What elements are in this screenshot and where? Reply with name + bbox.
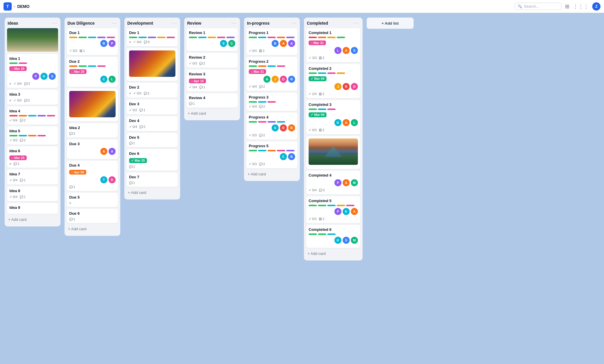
card-comp4[interactable]: Completed 4 PAM ✓ 0/4💬 2: [306, 171, 360, 194]
card[interactable]: [67, 89, 118, 121]
card-idea2[interactable]: Idea 2💬 2: [67, 123, 118, 138]
add-card-button[interactable]: + Add card: [187, 109, 238, 117]
card-footer: ✓ 0/4💬 2: [309, 188, 358, 192]
avatar: A: [351, 208, 358, 215]
card-dev5[interactable]: Dev 5💬 1: [127, 133, 178, 147]
message-count: 💬 2: [24, 99, 30, 102]
card-title: Dev 2: [129, 85, 175, 89]
card-rev2[interactable]: Review 2✓ 0/3💬 2: [187, 53, 238, 68]
card-due3[interactable]: Due 3 AA: [67, 139, 118, 159]
tag: [318, 109, 326, 110]
card-due4[interactable]: Due 4□ Apr 08 TD 💬 1: [67, 161, 118, 191]
topbar: T » DEMO 🔍 Search... ⊞ ⋮⋮⋮ Z: [0, 0, 604, 13]
tag: [38, 115, 46, 116]
card-due1[interactable]: Due 1 BP ✓ 0/3🖼 1: [67, 28, 118, 55]
logo-icon: T: [6, 4, 9, 9]
card-comp1[interactable]: Completed 1 □ Mar 31 LAS ✓ 3/3🖼 2: [306, 28, 360, 62]
column-menu[interactable]: ···: [52, 21, 57, 26]
tag: [198, 37, 207, 38]
card-idea3[interactable]: Idea 3≡✓ 0/3💬 2: [7, 90, 58, 105]
card-prog1[interactable]: Progress 1 BAA ✓ 0/4🖼 3: [246, 28, 297, 55]
card-title: Review 4: [189, 96, 235, 100]
column-menu[interactable]: ···: [231, 21, 237, 26]
column-menu[interactable]: ···: [172, 21, 177, 26]
card-avatars: JRD: [309, 83, 358, 90]
card-avatars: SC: [189, 40, 235, 47]
card[interactable]: [306, 136, 360, 169]
check-count: ✓ 0/4: [189, 85, 197, 89]
column-header: Ideas ···: [7, 21, 58, 26]
card-title: Progress 2: [249, 59, 295, 64]
card-dev2[interactable]: Dev 2≡✓ 0/3💬 1: [127, 83, 178, 98]
card-tags: [189, 37, 235, 38]
search-box[interactable]: 🔍 Search...: [515, 3, 561, 10]
card-title: Idea 8: [9, 189, 56, 193]
column-due: Due Diligence ··· Due 1 BP ✓ 0/3🖼 1Due 2…: [65, 18, 120, 236]
card-footer: ≡: [69, 201, 116, 205]
card-rev3[interactable]: Review 3□ Apr 15✓ 0/4💬 1: [187, 70, 238, 92]
card-dev3[interactable]: Dev 3✓ 0/2💬 1: [127, 99, 178, 114]
avatar: D: [351, 83, 358, 90]
card-avatars: AA: [69, 148, 116, 155]
list-icon: ≡: [9, 162, 11, 165]
card[interactable]: [127, 48, 178, 81]
message-count: 💬 1: [199, 85, 205, 89]
add-card-button[interactable]: + Add card: [306, 250, 360, 258]
column-title: In-progress: [247, 21, 270, 26]
card-idea1[interactable]: Idea 1 □ Mar 25 PKS ≡✓ 0/4💬 3: [7, 54, 58, 88]
column-header: Development ···: [127, 21, 178, 26]
card-dev1[interactable]: Dev 1 ≡✓ 0/4💬 3: [127, 28, 178, 46]
tag: [129, 37, 137, 38]
add-list-button[interactable]: + Add list: [367, 18, 414, 29]
tag: [258, 150, 266, 151]
card-footer: ≡✓ 0/3💬 2: [9, 98, 56, 102]
card-prog3[interactable]: Progress 3 ✓ 0/4💬 2: [246, 93, 297, 111]
card-comp2[interactable]: Completed 2 ✓ Mar 04 JRD ✓ 2/4🖼 2: [306, 64, 360, 98]
card-footer: ✓ 0/4🖼 3: [249, 49, 295, 53]
card-due6[interactable]: Due 6💬 1: [67, 209, 118, 223]
card-idea5[interactable]: Idea 5 ✓ 0/3💬 2: [7, 126, 58, 145]
card-dev7[interactable]: Dev 7💬 1: [127, 172, 178, 187]
app-logo[interactable]: T: [4, 2, 12, 11]
card-prog2[interactable]: Progress 2 □ Mar 31 AJDR ✓ 0/4💬 2: [246, 57, 297, 91]
card-footer: 💬 2: [69, 132, 116, 135]
add-card-button[interactable]: + Add card: [7, 216, 58, 224]
card-dev4[interactable]: Dev 4✓ 0/4💬 2: [127, 116, 178, 131]
column-menu[interactable]: ···: [112, 21, 117, 26]
card-prog4[interactable]: Progress 4 SRR ✓ 0/3💬 2: [246, 113, 297, 140]
card-comp3[interactable]: Completed 3 ✓ Mar 04 KAL ✓ 0/3🖼 2: [306, 100, 360, 134]
card-idea6[interactable]: Idea 6□ Mar 25≡💬 1: [7, 146, 58, 168]
card-idea4[interactable]: Idea 4 ✓ 0/4💬 2: [7, 106, 58, 125]
message-count: 💬 1: [139, 108, 145, 112]
card-idea7[interactable]: Idea 7✓ 0/4💬 1: [7, 170, 58, 184]
add-card-button[interactable]: + Add card: [127, 189, 178, 197]
column-menu[interactable]: ···: [354, 21, 360, 26]
card-comp6[interactable]: Completed 6 KSM: [306, 225, 360, 248]
card-due2[interactable]: Due 2 □ Mar 28 CL: [67, 57, 118, 87]
user-avatar[interactable]: Z: [592, 2, 600, 11]
image-count: 🖼 3: [259, 49, 264, 53]
card-dev6[interactable]: Dev 6✓ Mar 25💬 1: [127, 149, 178, 171]
card-idea9[interactable]: Idea 9: [7, 203, 58, 214]
check-count: ✓ 0/4: [249, 104, 257, 109]
card-comp5[interactable]: Completed 5 PKA ✓ 0/2🖼 2: [306, 196, 360, 223]
search-placeholder: Search...: [524, 4, 539, 9]
card-due5[interactable]: Due 5≡: [67, 193, 118, 207]
card-rev1[interactable]: Review 1 SC: [187, 28, 238, 51]
card-avatars: AJDR: [249, 76, 295, 83]
tag: [258, 101, 266, 103]
card-idea8[interactable]: Idea 8✓ 0/4💬 1: [7, 186, 58, 201]
column-menu[interactable]: ···: [291, 21, 297, 26]
card-avatars: KSM: [309, 237, 358, 244]
card-rev4[interactable]: Review 4💬 1: [187, 93, 238, 108]
check-count: ✓ 0/2: [309, 217, 317, 221]
grid-icon[interactable]: ⊞: [565, 3, 569, 10]
check-count: ✓ 0/3: [13, 98, 21, 102]
card-prog5[interactable]: Progress 5 CB ✓ 0/3💬 2: [246, 141, 297, 168]
add-card-button[interactable]: + Add card: [246, 170, 297, 178]
dots-icon[interactable]: ⋮⋮⋮: [573, 3, 589, 10]
tag: [309, 109, 317, 110]
add-card-button[interactable]: + Add card: [67, 225, 118, 233]
date-badge: □ Apr 08: [69, 170, 86, 175]
avatar: B: [272, 40, 279, 47]
